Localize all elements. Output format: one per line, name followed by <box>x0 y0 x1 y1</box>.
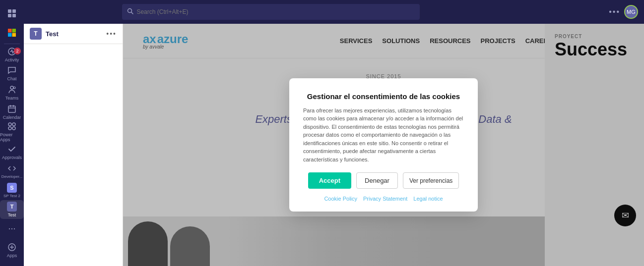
deny-button[interactable]: Denegar <box>356 172 398 189</box>
cookie-buttons: Accept Denegar Ver preferencias <box>303 172 464 189</box>
tab-icon: T <box>30 28 42 40</box>
calendar-label: Calendar <box>3 115 21 120</box>
teams-sidebar: Activity 2 Chat Teams <box>0 0 24 266</box>
approvals-icon <box>7 144 17 154</box>
grid-icon <box>7 8 17 18</box>
legal-notice-link[interactable]: Legal notice <box>413 196 443 202</box>
svg-point-16 <box>12 123 15 126</box>
svg-rect-11 <box>8 106 15 112</box>
ms-logo-icon <box>7 28 17 38</box>
calendar-icon <box>7 104 17 114</box>
svg-rect-4 <box>8 29 12 33</box>
svg-rect-5 <box>12 29 16 33</box>
top-bar: ••• MG <box>24 0 644 24</box>
approvals-label: Approvals <box>2 155 22 160</box>
teams-nav-icon <box>7 85 17 95</box>
search-bar-container <box>122 4 420 20</box>
left-nav: T Test ••• <box>24 24 123 266</box>
sp-test-icon: S <box>7 183 17 193</box>
activity-badge: 2 <box>14 48 21 54</box>
cookie-overlay: Gestionar el consentimiento de las cooki… <box>123 24 644 266</box>
svg-rect-2 <box>8 14 11 17</box>
top-bar-right: ••• MG <box>609 5 638 19</box>
ms-logo-button[interactable] <box>0 23 24 43</box>
sp-test-label: SP Test 2 <box>3 194 20 198</box>
svg-rect-3 <box>12 14 16 17</box>
sidebar-item-sp-test[interactable]: S SP Test 2 <box>0 181 24 200</box>
developer-label: Developer... <box>1 174 23 179</box>
activity-label: Activity <box>5 57 19 62</box>
sidebar-item-developer[interactable]: Developer... <box>0 161 24 181</box>
add-apps-button[interactable]: Apps <box>0 238 24 262</box>
user-avatar[interactable]: MG <box>624 5 638 19</box>
apps-label: Apps <box>7 253 17 258</box>
sidebar-item-calendar[interactable]: Calendar <box>0 103 24 122</box>
svg-rect-6 <box>8 33 12 37</box>
svg-rect-0 <box>8 9 11 13</box>
svg-point-18 <box>12 127 15 130</box>
topbar-more-button[interactable]: ••• <box>609 7 620 16</box>
sidebar-item-more[interactable]: ··· <box>0 219 24 238</box>
plus-icon <box>7 242 17 252</box>
content-area: T Test ••• axazure by avvale SERVICES SO… <box>24 24 644 266</box>
website-area: axazure by avvale SERVICES SOLUTIONS RES… <box>123 24 644 266</box>
apps-bottom: Apps <box>0 238 24 266</box>
svg-line-23 <box>131 12 133 14</box>
svg-rect-7 <box>12 33 16 37</box>
test-label: Test <box>8 213 16 217</box>
sidebar-item-activity[interactable]: Activity 2 <box>0 45 24 64</box>
cookie-title: Gestionar el consentimiento de las cooki… <box>303 92 464 101</box>
svg-point-15 <box>8 123 11 126</box>
chat-label: Chat <box>7 76 16 81</box>
sidebar-item-chat[interactable]: Chat <box>0 64 24 83</box>
svg-point-9 <box>10 86 13 89</box>
tab-name: Test <box>46 30 59 38</box>
cookie-body: Para ofrecer las mejores experiencias, u… <box>303 106 464 164</box>
cookie-links: Cookie Policy Privacy Statement Legal no… <box>303 196 464 202</box>
tab-header: T Test ••• <box>24 24 123 44</box>
sidebar-item-approvals[interactable]: Approvals <box>0 142 24 161</box>
cookie-modal: Gestionar el consentimiento de las cooki… <box>289 78 478 212</box>
chat-icon <box>7 65 17 75</box>
search-input[interactable] <box>136 8 415 15</box>
accept-button[interactable]: Accept <box>308 172 351 189</box>
tab-more-button[interactable]: ••• <box>106 30 117 38</box>
sidebar-item-teams[interactable]: Teams <box>0 83 24 103</box>
power-apps-label: Power Apps <box>0 132 24 142</box>
main-area: ••• MG T Test ••• axazure by avvale <box>24 0 644 266</box>
test-icon: T <box>7 202 17 212</box>
cookie-policy-link[interactable]: Cookie Policy <box>324 196 357 202</box>
svg-rect-1 <box>12 9 16 13</box>
more-icon: ··· <box>8 223 15 234</box>
preferences-button[interactable]: Ver preferencias <box>403 172 459 189</box>
search-icon <box>127 8 133 16</box>
teams-label: Teams <box>5 96 19 101</box>
sidebar-item-test[interactable]: T Test <box>0 200 24 219</box>
developer-icon <box>7 163 17 173</box>
power-apps-icon <box>7 121 17 131</box>
sidebar-divider <box>4 44 20 44</box>
grid-apps-button[interactable] <box>0 4 24 23</box>
privacy-statement-link[interactable]: Privacy Statement <box>363 196 407 202</box>
sidebar-item-power-apps[interactable]: Power Apps <box>0 121 24 142</box>
svg-point-17 <box>8 127 11 130</box>
